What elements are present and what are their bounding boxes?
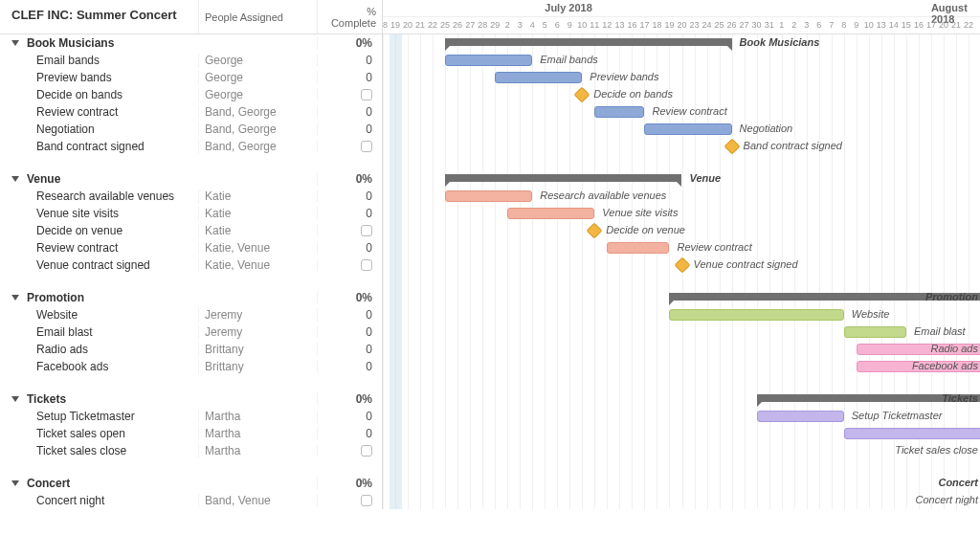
task-bar[interactable] [844,428,980,439]
percent-cell[interactable]: 0 [317,343,382,356]
percent-cell[interactable]: 0 [317,241,382,255]
people-cell[interactable]: Band, George [198,123,317,136]
percent-cell[interactable]: 0% [317,172,382,186]
task-bar[interactable] [669,309,843,321]
people-cell[interactable]: George [198,71,317,84]
percent-cell[interactable] [317,225,382,236]
percent-cell[interactable]: 0 [317,207,382,220]
people-cell[interactable]: Brittany [198,360,317,373]
percent-cell[interactable] [317,495,382,506]
task-name[interactable]: Ticket sales close [36,444,126,457]
task-bar[interactable] [495,72,582,83]
disclosure-triangle-icon[interactable] [11,396,19,402]
task-name[interactable]: Email bands [36,54,100,67]
people-cell[interactable]: Katie [198,189,317,203]
percent-cell[interactable]: 0 [317,410,382,423]
percent-cell[interactable]: 0 [317,427,382,440]
task-bar[interactable] [607,242,669,254]
task-bar[interactable] [507,208,594,219]
task-name[interactable]: Venue site visits [36,207,119,220]
percent-cell[interactable] [317,141,382,152]
task-name[interactable]: Negotiation [36,123,95,136]
task-name[interactable]: Band contract signed [36,140,145,153]
milestone-diamond-icon[interactable] [587,223,603,239]
percent-cell[interactable] [317,445,382,457]
day-label: 6 [816,20,821,30]
people-cell[interactable]: Katie [198,207,317,220]
complete-checkbox[interactable] [361,445,372,457]
percent-cell[interactable]: 0 [317,189,382,203]
people-cell[interactable]: George [198,88,317,101]
task-name[interactable]: Review contract [36,241,118,255]
task-bar[interactable] [844,326,906,338]
percent-cell[interactable]: 0% [317,392,382,406]
day-label: 3 [518,20,523,30]
task-name[interactable]: Concert night [36,494,104,507]
disclosure-triangle-icon[interactable] [11,40,19,46]
percent-cell[interactable]: 0 [317,105,382,119]
people-cell[interactable]: Katie, Venue [198,241,317,255]
people-cell[interactable]: Jeremy [198,308,317,322]
task-bar[interactable] [644,123,731,135]
percent-cell[interactable]: 0 [317,325,382,339]
people-cell[interactable]: Katie, Venue [198,258,317,272]
complete-checkbox[interactable] [361,495,372,506]
people-cell[interactable]: Brittany [198,343,317,356]
percent-cell[interactable]: 0% [317,291,382,304]
group-name[interactable]: Promotion [27,291,84,304]
milestone-diamond-icon[interactable] [724,139,740,155]
summary-bar[interactable] [445,174,681,182]
task-name[interactable]: Venue contract signed [36,258,150,272]
percent-cell[interactable]: 0% [317,36,382,50]
percent-cell[interactable]: 0 [317,54,382,67]
day-label: 27 [465,20,475,30]
group-name[interactable]: Tickets [27,392,66,406]
task-name[interactable]: Facebook ads [36,360,108,373]
group-name[interactable]: Venue [27,172,60,186]
disclosure-triangle-icon[interactable] [11,295,19,301]
percent-cell[interactable] [317,259,382,271]
task-name[interactable]: Decide on bands [36,88,122,101]
percent-cell[interactable] [317,89,382,100]
group-name[interactable]: Book Musicians [27,36,114,50]
percent-cell[interactable]: 0 [317,308,382,322]
percent-cell[interactable]: 0 [317,123,382,136]
group-name[interactable]: Concert [27,477,70,490]
task-name[interactable]: Email blast [36,325,93,339]
task-bar[interactable] [445,55,532,66]
people-cell[interactable]: George [198,54,317,67]
task-name[interactable]: Review contract [36,105,118,119]
task-name[interactable]: Setup Ticketmaster [36,410,135,423]
people-cell[interactable]: Jeremy [198,325,317,339]
milestone-diamond-icon[interactable] [574,87,590,103]
people-cell[interactable]: Band, George [198,140,317,153]
people-cell[interactable]: Martha [198,410,317,423]
complete-checkbox[interactable] [361,259,372,271]
percent-cell[interactable]: 0 [317,360,382,373]
col-header-complete[interactable]: % Complete [317,0,382,33]
people-cell[interactable]: Martha [198,427,317,440]
complete-checkbox[interactable] [361,225,372,236]
task-name[interactable]: Preview bands [36,71,112,84]
people-cell[interactable]: Band, George [198,105,317,119]
task-name[interactable]: Research available venues [36,189,174,203]
col-header-people[interactable]: People Assigned [198,0,317,33]
task-name[interactable]: Radio ads [36,343,88,356]
people-cell[interactable]: Band, Venue [198,494,317,507]
summary-bar[interactable] [445,38,731,46]
task-bar[interactable] [445,190,532,202]
disclosure-triangle-icon[interactable] [11,480,19,486]
people-cell[interactable]: Katie [198,224,317,237]
people-cell[interactable]: Martha [198,444,317,457]
percent-cell[interactable]: 0 [317,71,382,84]
task-bar[interactable] [757,411,844,422]
disclosure-triangle-icon[interactable] [11,176,19,182]
task-bar[interactable] [594,106,644,118]
complete-checkbox[interactable] [361,89,372,100]
task-name[interactable]: Decide on venue [36,224,122,237]
milestone-diamond-icon[interactable] [674,257,690,274]
task-name[interactable]: Website [36,308,78,322]
percent-cell[interactable]: 0% [317,477,382,490]
complete-checkbox[interactable] [361,141,372,152]
task-name[interactable]: Ticket sales open [36,427,125,440]
